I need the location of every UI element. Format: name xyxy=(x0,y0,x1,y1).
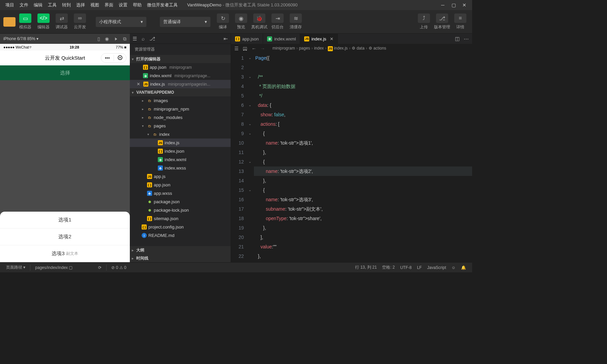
menu-item[interactable]: 视图 xyxy=(88,2,102,7)
code-area[interactable]: 1234567891011121314151617181920212223 ⌄⌄… xyxy=(231,53,472,262)
page-path-label[interactable]: 页面路径 ▾ xyxy=(6,265,25,270)
refresh-icon[interactable]: ⟳ xyxy=(98,265,102,270)
menu-item[interactable]: 微信开发者工具 xyxy=(144,2,180,7)
root-header[interactable]: ▾ VANTWEAPPDEMO xyxy=(130,88,231,96)
menu-item[interactable]: 界面 xyxy=(102,2,116,7)
choose-button[interactable]: 选择 xyxy=(0,65,130,80)
menu-item[interactable]: 文件 xyxy=(17,2,31,7)
close-icon[interactable]: ✕ xyxy=(137,82,140,87)
search-icon[interactable]: ⌕ xyxy=(142,36,145,41)
collapse-icon[interactable]: ⇤ xyxy=(224,36,228,42)
language-status[interactable]: JavaScript xyxy=(427,265,446,270)
editor-tab[interactable]: ⬗index.wxml xyxy=(263,34,300,44)
feedback-icon[interactable]: ☺ xyxy=(452,265,456,270)
close-icon[interactable]: ✕ xyxy=(462,3,467,7)
tree-item[interactable]: ▾🗀index xyxy=(130,130,231,139)
version-button[interactable]: ⎇版本管理 xyxy=(433,12,451,32)
page-path[interactable]: pages/index/index ▢ xyxy=(35,265,73,270)
popout-icon[interactable]: ⧉ xyxy=(123,36,126,42)
breadcrumb-item[interactable]: ⚙ data xyxy=(352,46,365,51)
tree-item[interactable]: { }app.json xyxy=(130,181,231,189)
tree-item[interactable]: ⬘app.wxss xyxy=(130,189,231,198)
sheet-item[interactable]: 选项1 xyxy=(0,212,130,229)
foreground-button[interactable]: ⇥切后台 xyxy=(268,12,287,32)
breadcrumb-item[interactable]: ⚙ actions xyxy=(369,46,386,51)
preview-button[interactable]: ◉预览 xyxy=(232,12,250,32)
avatar-button[interactable] xyxy=(3,12,16,32)
compile-dropdown[interactable]: 普通编译▾ xyxy=(160,17,210,27)
encoding-status[interactable]: UTF-8 xyxy=(400,265,412,270)
tree-item[interactable]: ▸🗀images xyxy=(130,96,231,105)
maximize-icon[interactable]: ▢ xyxy=(451,3,456,7)
details-button[interactable]: ≡详情 xyxy=(451,12,469,32)
tree-item[interactable]: { }index.json xyxy=(130,147,231,155)
breadcrumb-item[interactable]: pages xyxy=(299,46,310,51)
tree-item[interactable]: { }project.config.json xyxy=(130,223,231,231)
tree-item[interactable]: { }sitemap.json xyxy=(130,214,231,223)
tree-item[interactable]: JSapp.js xyxy=(130,172,231,181)
editor-tab[interactable]: { }app.json xyxy=(231,34,263,44)
tree-item[interactable]: iREADME.md xyxy=(130,231,231,240)
menu-item[interactable]: 选择 xyxy=(74,2,88,7)
close-icon[interactable]: ✕ xyxy=(330,36,334,41)
more-icon[interactable]: ⋯ xyxy=(464,36,469,42)
cursor-position[interactable]: 行 13, 列 21 xyxy=(355,265,377,270)
nav-title: 云开发 QuickStart xyxy=(45,55,85,61)
bookmark-icon[interactable]: 🕮 xyxy=(243,46,248,51)
record-icon[interactable]: ◉ xyxy=(105,36,109,41)
menu-item[interactable]: 工具 xyxy=(45,2,59,7)
sheet-item[interactable]: 选项3副文本 xyxy=(0,245,130,262)
tree-item[interactable]: ▸🗀miniprogram_npm xyxy=(130,105,231,113)
tree-item[interactable]: ▾🗀pages xyxy=(130,122,231,130)
tree-item[interactable]: ⬗index.wxml xyxy=(130,155,231,164)
device-selector[interactable]: iPhone 6/7/8 85% ▾ xyxy=(3,36,38,41)
capsule-button[interactable]: ••• xyxy=(101,53,126,63)
tree-item[interactable]: ⬢package-lock.json xyxy=(130,206,231,214)
close-target-icon[interactable] xyxy=(114,55,126,61)
eol-status[interactable]: LF xyxy=(417,265,422,270)
clear-cache-button[interactable]: ≋清缓存 xyxy=(287,12,305,32)
forward-icon[interactable]: → xyxy=(260,46,265,51)
open-file-item[interactable]: ✕JSindex.jsminiprogram\pages\in... xyxy=(130,80,231,88)
bell-icon[interactable]: 🔔 xyxy=(461,265,466,270)
menu-item[interactable]: 转到 xyxy=(59,2,74,7)
editor-button[interactable]: </>编辑器 xyxy=(34,12,53,32)
menu-item[interactable]: 项目 xyxy=(3,2,17,7)
tree-item[interactable]: JSindex.js xyxy=(130,139,231,147)
device-icon[interactable]: ▯ xyxy=(97,36,100,41)
tree-item[interactable]: ⬢package.json xyxy=(130,198,231,206)
timeline-header[interactable]: ▸ 时间线 xyxy=(130,254,231,262)
more-icon[interactable]: ••• xyxy=(101,55,114,61)
indent-status[interactable]: 空格: 2 xyxy=(382,265,395,270)
outline-header[interactable]: ▸ 大纲 xyxy=(130,246,231,254)
cloud-button[interactable]: ∞云开发 xyxy=(71,12,89,32)
mode-dropdown[interactable]: 小程序模式▾ xyxy=(96,17,146,27)
simulator-button[interactable]: ▭模拟器 xyxy=(16,12,34,32)
mute-icon[interactable]: 🕨 xyxy=(114,36,118,41)
tree-item[interactable]: ▸🗀node_modules xyxy=(130,113,231,122)
debugger-button[interactable]: ⇄调试器 xyxy=(53,12,71,32)
breadcrumb-item[interactable]: miniprogram xyxy=(272,46,295,51)
menu-item[interactable]: 帮助 xyxy=(130,2,144,7)
open-editors-header[interactable]: ▾ 打开的编辑器 xyxy=(130,55,231,63)
upload-button[interactable]: ⤴上传 xyxy=(415,12,433,32)
editor-tab[interactable]: JSindex.js✕ xyxy=(300,34,338,44)
back-icon[interactable]: ← xyxy=(252,46,256,51)
breadcrumb-item[interactable]: JS index.js xyxy=(328,46,348,51)
menu-item[interactable]: 设置 xyxy=(116,2,130,7)
list-icon[interactable]: ☰ xyxy=(234,46,239,51)
minimize-icon[interactable]: ─ xyxy=(440,3,445,7)
problems-status[interactable]: ⊘ 0 ⚠ 0 xyxy=(111,265,126,270)
folder-icon: 🗀 xyxy=(147,98,152,103)
tree-item[interactable]: ⬘index.wxss xyxy=(130,164,231,172)
menu-item[interactable]: 编辑 xyxy=(31,2,45,7)
real-device-button[interactable]: 🐞真机调试 xyxy=(250,12,268,32)
open-file-item[interactable]: { }app.jsonminiprogram xyxy=(130,63,231,71)
split-icon[interactable]: ◫ xyxy=(455,36,460,42)
list-icon[interactable]: ☰ xyxy=(133,36,137,42)
sheet-item[interactable]: 选项2 xyxy=(0,229,130,245)
breadcrumb-item[interactable]: index xyxy=(314,46,324,51)
branch-icon[interactable]: ⎇ xyxy=(149,36,155,42)
open-file-item[interactable]: ⬗index.wxmlminiprogram\page... xyxy=(130,71,231,80)
compile-button[interactable]: ↻编译 xyxy=(214,12,232,32)
